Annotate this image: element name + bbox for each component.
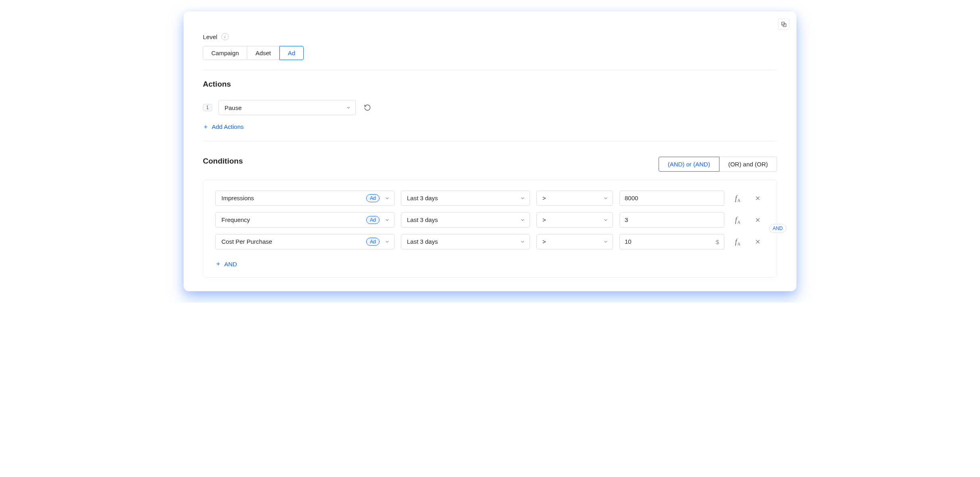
conditions-panel: ImpressionsAdLast 3 days>8000fAFrequency… — [203, 180, 777, 278]
logic-tab[interactable]: (AND) or (AND) — [659, 157, 719, 172]
level-tab-adset[interactable]: Adset — [247, 46, 279, 60]
formula-icon[interactable]: fA — [731, 216, 744, 224]
value-suffix: $ — [716, 238, 719, 245]
scope-badge: Ad — [366, 238, 379, 246]
level-label: Level — [203, 33, 217, 40]
chevron-down-icon — [520, 217, 525, 223]
level-tabs: CampaignAdsetAd — [203, 46, 304, 60]
add-condition-button[interactable]: AND — [215, 261, 237, 268]
time-window-select[interactable]: Last 3 days — [401, 191, 530, 206]
operator-select[interactable]: > — [536, 191, 613, 206]
time-window-value: Last 3 days — [407, 216, 438, 223]
action-select[interactable]: Pause — [219, 100, 356, 115]
plus-icon — [203, 124, 209, 130]
value-text: 8000 — [625, 195, 638, 201]
scope-badge: Ad — [366, 194, 379, 202]
metric-select[interactable]: Cost Per PurchaseAd — [215, 234, 394, 249]
copy-button[interactable] — [778, 19, 789, 30]
operator-value: > — [542, 238, 546, 245]
rule-editor-card: Level i CampaignAdsetAd Actions 1 Pause … — [183, 11, 797, 291]
time-window-select[interactable]: Last 3 days — [401, 212, 530, 228]
metric-value: Cost Per Purchase — [221, 238, 272, 245]
logic-mode-tabs: (AND) or (AND)(OR) and (OR) — [659, 157, 777, 172]
condition-row: ImpressionsAdLast 3 days>8000fA — [215, 191, 765, 206]
condition-row: FrequencyAdLast 3 days>3fA — [215, 212, 765, 228]
actions-heading: Actions — [203, 80, 777, 89]
conditions-header: Conditions (AND) or (AND)(OR) and (OR) — [203, 151, 777, 172]
metric-value: Impressions — [221, 195, 254, 201]
time-window-value: Last 3 days — [407, 238, 438, 245]
logic-tab[interactable]: (OR) and (OR) — [719, 157, 777, 172]
remove-condition-button[interactable] — [751, 239, 765, 245]
chevron-down-icon — [384, 239, 390, 245]
formula-icon[interactable]: fA — [731, 195, 744, 202]
scope-badge: Ad — [366, 216, 379, 224]
refresh-icon — [364, 104, 371, 111]
add-actions-label: Add Actions — [212, 123, 244, 130]
time-window-select[interactable]: Last 3 days — [401, 234, 530, 249]
value-input[interactable]: 10$ — [619, 234, 724, 249]
plus-icon — [215, 261, 221, 267]
time-window-value: Last 3 days — [407, 195, 438, 201]
divider — [203, 141, 777, 141]
metric-select[interactable]: ImpressionsAd — [215, 191, 394, 206]
divider — [203, 70, 777, 70]
group-connector-pill[interactable]: AND — [769, 224, 786, 233]
chevron-down-icon — [603, 195, 609, 201]
operator-value: > — [542, 195, 546, 201]
chevron-down-icon — [520, 195, 525, 201]
remove-condition-button[interactable] — [751, 195, 765, 201]
chevron-down-icon — [603, 217, 609, 223]
chevron-down-icon — [384, 195, 390, 201]
formula-icon[interactable]: fA — [731, 238, 744, 245]
level-tab-campaign[interactable]: Campaign — [203, 46, 247, 60]
operator-value: > — [542, 216, 546, 223]
info-icon[interactable]: i — [221, 33, 229, 40]
condition-row: Cost Per PurchaseAdLast 3 days>10$fA — [215, 234, 765, 249]
copy-icon — [781, 21, 787, 27]
refresh-button[interactable] — [362, 102, 373, 113]
operator-select[interactable]: > — [536, 212, 613, 228]
value-text: 10 — [625, 238, 632, 245]
level-header: Level i — [203, 33, 777, 40]
level-tab-ad[interactable]: Ad — [279, 46, 304, 60]
operator-select[interactable]: > — [536, 234, 613, 249]
chevron-down-icon — [520, 239, 525, 245]
step-badge: 1 — [203, 104, 212, 111]
chevron-down-icon — [346, 105, 351, 110]
value-input[interactable]: 8000 — [619, 191, 724, 206]
metric-select[interactable]: FrequencyAd — [215, 212, 394, 228]
add-condition-label: AND — [224, 261, 237, 268]
remove-condition-button[interactable] — [751, 217, 765, 223]
chevron-down-icon — [603, 239, 609, 245]
chevron-down-icon — [384, 217, 390, 223]
action-row: 1 Pause — [203, 100, 777, 115]
conditions-heading: Conditions — [203, 157, 243, 166]
metric-value: Frequency — [221, 216, 250, 223]
add-actions-button[interactable]: Add Actions — [203, 123, 244, 130]
action-select-value: Pause — [225, 104, 242, 111]
value-input[interactable]: 3 — [619, 212, 724, 228]
value-text: 3 — [625, 216, 628, 223]
